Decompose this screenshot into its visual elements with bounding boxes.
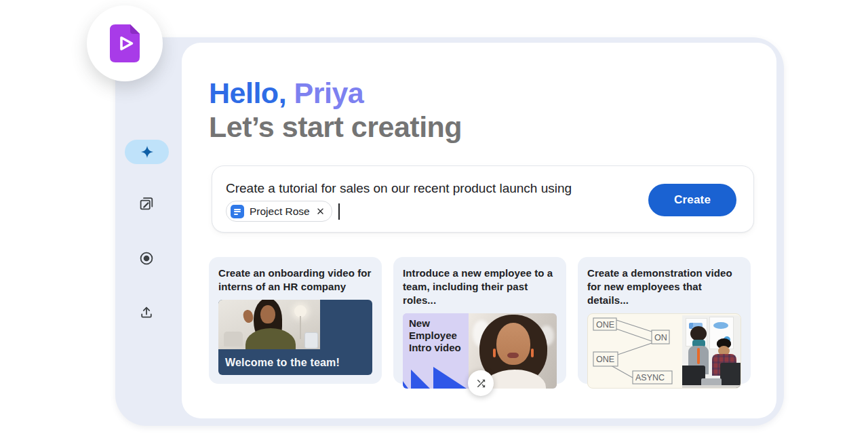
- chip-remove-button[interactable]: [315, 206, 326, 216]
- close-icon: [315, 206, 326, 216]
- app-logo-badge: [87, 5, 163, 81]
- svg-text:ONE: ONE: [596, 320, 614, 330]
- greeting-username: Priya: [294, 77, 364, 109]
- sparkle-icon: [140, 144, 155, 159]
- suggestion-thumbnail-video: Welcome to the team!: [218, 300, 372, 375]
- thumbnail-title-panel: New Employee Intro video: [403, 313, 469, 389]
- triangle-decoration: [403, 366, 469, 389]
- record-icon: [138, 250, 155, 267]
- sidebar-item-upload[interactable]: [132, 297, 161, 327]
- upload-icon: [138, 304, 155, 320]
- prompt-input-box[interactable]: Create a tutorial for sales on our recen…: [212, 165, 754, 233]
- shuffle-suggestions-button[interactable]: [468, 370, 494, 396]
- thumbnail-caption: New Employee Intro video: [409, 317, 465, 354]
- edit-template-icon: [138, 195, 155, 212]
- suggestion-cards-row: Create an onboarding video for interns o…: [209, 257, 751, 384]
- page-subtitle: Let’s start creating: [209, 110, 462, 144]
- suggestion-title: Introduce a new employee to a team, incl…: [403, 267, 557, 307]
- file-chip[interactable]: Project Rose: [226, 201, 332, 222]
- suggestion-thumbnail-diagram: ONE ON ONE ASYNC: [587, 313, 741, 389]
- thumbnail-photo: [218, 300, 320, 349]
- file-chip-label: Project Rose: [250, 205, 310, 218]
- greeting-prefix: Hello,: [209, 77, 286, 109]
- svg-text:ON: ON: [654, 333, 667, 342]
- sidebar-item-ai-create[interactable]: [125, 140, 169, 164]
- flow-diagram: ONE ON ONE ASYNC: [588, 314, 682, 388]
- suggestion-title: Create an onboarding video for interns o…: [218, 267, 372, 294]
- text-cursor: [338, 203, 340, 220]
- suggestion-card-demonstration[interactable]: Create a demonstration video for new emp…: [578, 257, 751, 384]
- prompt-chip-row: Project Rose: [226, 201, 340, 222]
- suggestion-card-introduce[interactable]: Introduce a new employee to a team, incl…: [393, 257, 566, 384]
- sidebar-item-record[interactable]: [132, 243, 161, 273]
- svg-text:ASYNC: ASYNC: [635, 373, 665, 382]
- docs-icon: [231, 205, 244, 218]
- vids-document-play-icon: [109, 24, 140, 63]
- suggestion-card-onboarding[interactable]: Create an onboarding video for interns o…: [209, 257, 382, 384]
- sidebar-item-templates[interactable]: [132, 189, 161, 218]
- thumbnail-photo: [682, 315, 741, 388]
- thumbnail-caption: Welcome to the team!: [225, 357, 340, 369]
- prompt-text: Create a tutorial for sales on our recen…: [226, 181, 572, 196]
- svg-text:ONE: ONE: [596, 355, 614, 364]
- create-button[interactable]: Create: [648, 184, 736, 216]
- page-greeting: Hello, Priya: [209, 76, 363, 110]
- shuffle-icon: [475, 378, 487, 389]
- suggestion-title: Create a demonstration video for new emp…: [587, 267, 741, 307]
